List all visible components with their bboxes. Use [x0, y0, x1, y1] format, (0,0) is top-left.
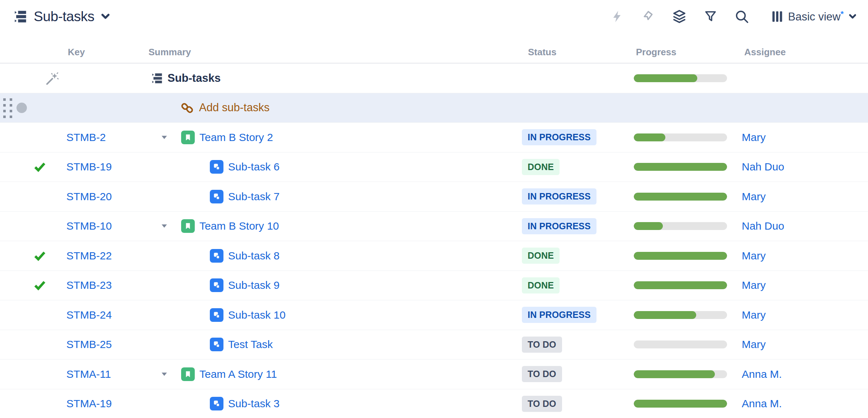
top-bar: Sub-tasks [0, 0, 868, 27]
assignee-link[interactable]: Mary [742, 309, 766, 321]
story-icon [181, 367, 195, 381]
assignee-link[interactable]: Nah Duo [742, 161, 784, 173]
status-badge[interactable]: DONE [522, 159, 560, 175]
chevron-down-icon [848, 12, 857, 21]
status-badge[interactable]: IN PROGRESS [522, 129, 596, 145]
issue-key-link[interactable]: STMB-23 [66, 279, 112, 291]
collapse-chevron-icon[interactable] [157, 367, 171, 381]
view-modified-indicator: * [840, 9, 844, 18]
progress-bar [634, 281, 727, 289]
column-header-status[interactable]: Status [522, 47, 634, 58]
pin-icon [641, 9, 655, 24]
structure-title-dropdown[interactable]: Sub-tasks [13, 9, 111, 24]
issue-summary-link[interactable]: Sub-task 8 [228, 250, 279, 262]
progress-bar [634, 163, 727, 171]
drag-handle[interactable] [3, 98, 12, 118]
subtask-icon [210, 249, 223, 263]
table-row-add-subtasks: Add sub-tasks [0, 93, 868, 123]
layers-button[interactable] [672, 9, 687, 24]
issue-summary-link[interactable]: Team A Story 11 [199, 368, 277, 380]
status-badge[interactable]: TO DO [522, 366, 562, 382]
issue-key-link[interactable]: STMA-19 [66, 398, 112, 410]
structure-icon [151, 72, 164, 85]
column-header-assignee[interactable]: Assignee [739, 47, 868, 58]
story-icon [181, 219, 195, 233]
view-selector[interactable]: Basic view* [771, 9, 857, 23]
assignee-link[interactable]: Anna M. [742, 368, 782, 380]
collapse-chevron-icon[interactable] [157, 219, 171, 233]
filter-icon [704, 10, 717, 23]
progress-bar [634, 74, 727, 82]
issue-key-link[interactable]: STMB-10 [66, 220, 112, 232]
issue-key-link[interactable]: STMB-20 [66, 191, 112, 203]
column-header-summary[interactable]: Summary [148, 47, 522, 58]
subtask-icon [210, 160, 223, 174]
issue-summary-link[interactable]: Sub-task 10 [228, 309, 286, 321]
status-badge[interactable]: DONE [522, 277, 560, 293]
progress-bar [634, 133, 727, 141]
issue-key-link[interactable]: STMB-22 [66, 250, 112, 262]
filter-button[interactable] [703, 9, 718, 24]
assignee-link[interactable]: Mary [742, 191, 766, 203]
add-subtasks-link[interactable]: Add sub-tasks [199, 101, 269, 114]
progress-bar [634, 193, 727, 201]
issue-key-link[interactable]: STMA-11 [66, 368, 111, 380]
progress-bar [634, 370, 727, 378]
status-badge[interactable]: DONE [522, 248, 560, 264]
issue-key-link[interactable]: STMB-2 [66, 131, 106, 144]
progress-bar [634, 222, 727, 230]
group-title: Sub-tasks [168, 72, 221, 85]
issue-key-link[interactable]: STMB-19 [66, 161, 112, 173]
issue-summary-link[interactable]: Team B Story 2 [199, 131, 273, 144]
progress-bar [634, 311, 727, 319]
search-button[interactable] [735, 9, 749, 24]
story-icon [181, 131, 195, 144]
table-row-issue: STMB-23 Sub-task 9 DONE Mary [0, 271, 868, 301]
pin-button[interactable] [641, 9, 655, 24]
assignee-link[interactable]: Anna M. [742, 398, 782, 410]
issue-summary-link[interactable]: Test Task [228, 338, 273, 351]
issue-summary-link[interactable]: Sub-task 3 [228, 398, 279, 410]
column-header-key[interactable]: Key [66, 47, 148, 58]
subtask-icon [210, 308, 223, 322]
issue-summary-link[interactable]: Sub-task 6 [228, 161, 279, 173]
table-row-issue: STMB-20 Sub-task 7 IN PROGRESS Mary [0, 182, 868, 212]
assignee-link[interactable]: Mary [742, 250, 766, 262]
assignee-link[interactable]: Nah Duo [742, 220, 784, 232]
table-row-issue: STMA-19 Sub-task 3 TO DO Anna M. [0, 389, 868, 418]
subtask-icon [210, 190, 223, 203]
status-badge[interactable]: TO DO [522, 396, 562, 412]
table-header-row: Key Summary Status Progress Assignee [0, 27, 868, 64]
assignee-link[interactable]: Mary [742, 279, 766, 291]
row-selector-dot[interactable] [16, 103, 27, 113]
progress-bar [634, 340, 727, 348]
automation-button[interactable] [610, 9, 624, 24]
done-check-icon [33, 161, 46, 173]
status-badge[interactable]: IN PROGRESS [522, 218, 596, 234]
done-check-icon [33, 279, 46, 291]
search-icon [735, 9, 749, 24]
column-header-progress[interactable]: Progress [634, 47, 739, 58]
issue-key-link[interactable]: STMB-25 [66, 338, 112, 351]
table-row-issue: STMB-25 Test Task TO DO Mary [0, 330, 868, 360]
issue-key-link[interactable]: STMB-24 [66, 309, 112, 321]
status-badge[interactable]: IN PROGRESS [522, 188, 596, 205]
progress-bar [634, 252, 727, 260]
assignee-link[interactable]: Mary [742, 131, 766, 144]
page-title: Sub-tasks [34, 9, 94, 24]
collapse-chevron-icon[interactable] [157, 130, 171, 145]
table-row-issue: STMB-2 Team B Story 2 IN PROGRESS Mary [0, 123, 868, 152]
status-badge[interactable]: IN PROGRESS [522, 307, 596, 323]
subtask-icon [210, 397, 223, 410]
assignee-link[interactable]: Mary [742, 338, 766, 351]
magic-wand-icon[interactable] [45, 71, 60, 85]
subtask-icon [210, 278, 223, 292]
issue-summary-link[interactable]: Sub-task 9 [228, 279, 279, 291]
issue-summary-link[interactable]: Sub-task 7 [228, 191, 279, 203]
table-row-issue: STMA-11 Team A Story 11 TO DO Anna M. [0, 360, 868, 389]
status-badge[interactable]: TO DO [522, 337, 562, 353]
done-check-icon [33, 250, 46, 262]
columns-icon [771, 10, 784, 23]
subtask-icon [210, 338, 223, 351]
issue-summary-link[interactable]: Team B Story 10 [199, 220, 279, 232]
